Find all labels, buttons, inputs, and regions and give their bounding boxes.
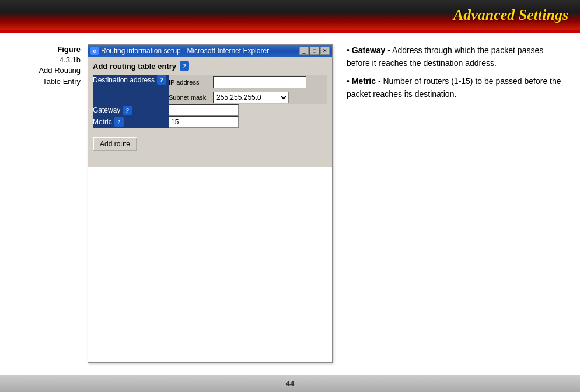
page-title: Advanced Settings [453, 6, 568, 24]
destination-label-group: Destination address ? [93, 75, 169, 85]
description-panel: • Gateway - Address through which the pa… [333, 44, 568, 363]
ie-title-left: e Routing information setup - Microsoft … [90, 47, 269, 55]
gateway-term: Gateway [352, 46, 386, 55]
gateway-help-icon[interactable]: ? [123, 106, 132, 115]
gateway-row: Gateway ? [93, 104, 327, 116]
metric-text: - Number of routers (1-15) to be passed … [347, 76, 561, 99]
ie-window: e Routing information setup - Microsoft … [88, 44, 333, 363]
gateway-label-cell: Gateway ? [93, 104, 169, 116]
destination-input-area: IP address Subnet mask 255.255.255.0 255… [169, 75, 327, 104]
figure-label: Figure [57, 45, 81, 54]
gateway-input-area [169, 104, 327, 116]
form-title-row: Add routing table entry ? [93, 61, 327, 71]
ie-window-title: Routing information setup - Microsoft In… [101, 47, 269, 55]
metric-bullet: • [347, 76, 352, 86]
bottom-padding [93, 151, 327, 163]
figure-caption: Figure 4.3.1b Add Routing Table Entry [12, 44, 88, 363]
metric-label-group: Metric ? [93, 117, 169, 127]
metric-label: Metric [93, 118, 112, 126]
figure-caption-line2: Table Entry [43, 77, 81, 86]
subnet-row: Subnet mask 255.255.255.0 255.255.0.0 25… [169, 90, 327, 104]
metric-label-cell: Metric ? [93, 116, 169, 128]
ip-label: IP address [169, 79, 209, 86]
gateway-description: • Gateway - Address through which the pa… [347, 44, 568, 69]
subnet-mask-select[interactable]: 255.255.255.0 255.255.0.0 255.0.0.0 [213, 92, 289, 103]
destination-row: Destination address ? IP address Subnet … [93, 75, 327, 104]
form-table: Destination address ? IP address Subnet … [93, 75, 327, 128]
main-content: Figure 4.3.1b Add Routing Table Entry e … [0, 33, 580, 374]
close-button[interactable]: ✕ [320, 47, 330, 55]
metric-help-icon[interactable]: ? [114, 117, 124, 127]
bottom-bar: 44 [0, 374, 580, 392]
ip-address-input[interactable] [213, 76, 306, 88]
ie-body: Add routing table entry ? Destination ad… [88, 57, 332, 167]
destination-inner-row: IP address Subnet mask 255.255.255.0 255… [169, 75, 327, 104]
destination-label-cell: Destination address ? [93, 75, 169, 104]
ie-titlebar: e Routing information setup - Microsoft … [88, 45, 332, 57]
metric-input-area [169, 116, 327, 128]
gateway-label-group: Gateway ? [93, 106, 169, 115]
minimize-button[interactable]: _ [299, 47, 309, 55]
page-number: 44 [286, 379, 294, 388]
gateway-bullet: • [347, 46, 352, 55]
metric-term: Metric [352, 76, 376, 86]
ip-row: IP address [169, 75, 327, 89]
destination-help-icon[interactable]: ? [157, 75, 166, 85]
metric-input[interactable] [169, 116, 239, 128]
restore-button[interactable]: □ [310, 47, 319, 55]
form-title: Add routing table entry [93, 62, 176, 71]
form-help-icon[interactable]: ? [180, 61, 189, 71]
add-route-button[interactable]: Add route [93, 137, 137, 151]
ie-window-controls[interactable]: _ □ ✕ [299, 47, 330, 55]
figure-number: 4.3.1b [60, 55, 81, 64]
top-banner: Advanced Settings [0, 0, 580, 30]
gateway-input[interactable] [169, 104, 239, 116]
subnet-label: Subnet mask [169, 94, 209, 101]
destination-label: Destination address [93, 76, 155, 84]
ie-logo-icon: e [90, 47, 99, 55]
add-route-area: Add route [93, 132, 327, 151]
metric-description: • Metric - Number of routers (1-15) to b… [347, 75, 568, 100]
gateway-label: Gateway [93, 106, 120, 114]
figure-caption-line1: Add Routing [39, 66, 81, 75]
metric-row: Metric ? [93, 116, 327, 128]
